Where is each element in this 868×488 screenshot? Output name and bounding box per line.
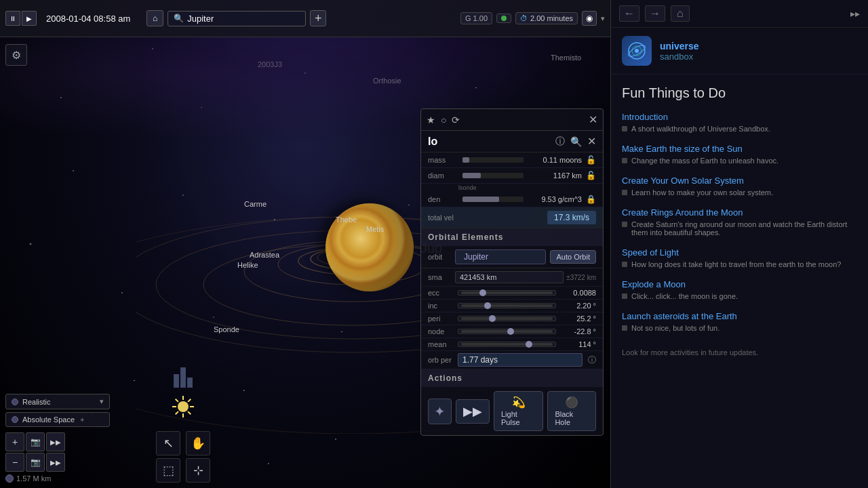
bottom-left-controls: Realistic ▾ Absolute Space + + 📷 ▶▶ − 📷 … xyxy=(0,388,115,488)
introduction-link[interactable]: Introduction xyxy=(622,112,857,122)
close-panel-button[interactable]: ✕ xyxy=(587,135,596,148)
distance-value: 1.57 M km xyxy=(16,474,51,483)
black-hole-button[interactable]: ⚫ Black Hole xyxy=(547,391,596,431)
tool-row-2: ⬚ ⊹ xyxy=(156,458,210,483)
g-speed[interactable]: G 1.00 xyxy=(460,12,492,24)
speed-of-light-link[interactable]: Speed of Light xyxy=(622,247,857,258)
explode-moon-desc-text: Click... click... the moon is gone. xyxy=(631,292,738,300)
time-controls: G 1.00 ⏱ 2.00 minutes ◉ ▾ xyxy=(460,11,605,26)
sidebar-home-button[interactable]: ⌂ xyxy=(671,5,690,22)
camera-mode-button[interactable]: 📷 xyxy=(26,432,45,451)
abs-space-add: + xyxy=(80,415,84,424)
nav-back-button[interactable]: ← xyxy=(619,5,639,22)
thebe-label: Thebe xyxy=(336,216,357,224)
earth-sun-link[interactable]: Make Earth the size of the Sun xyxy=(622,144,857,154)
orbit-value[interactable]: Jupiter xyxy=(455,249,546,264)
play-button[interactable]: ▶ xyxy=(22,11,37,26)
home-button[interactable]: ⌂ xyxy=(146,10,163,26)
burst-action-button[interactable]: ✦ xyxy=(428,399,452,424)
zoom-row-bottom: − 📷 ▶▶ xyxy=(5,453,110,472)
info-icon[interactable]: ⓘ xyxy=(555,136,565,148)
rings-desc-text: Create Saturn's ring around our moon and… xyxy=(631,220,857,237)
zoom-in-button[interactable]: + xyxy=(5,432,24,451)
tool-row-1: ↖ ✋ xyxy=(156,431,210,455)
select-tool[interactable]: ⬚ xyxy=(156,458,180,483)
den-label: den xyxy=(428,195,458,203)
gear-button[interactable]: ⚙ xyxy=(5,44,27,66)
green-indicator xyxy=(496,14,511,23)
rings-link[interactable]: Create Rings Around the Moon xyxy=(622,207,857,218)
pause-button[interactable]: ⏸ xyxy=(5,11,20,26)
inc-label: inc xyxy=(428,302,455,310)
fast-forward-button[interactable]: ▶▶ xyxy=(46,432,65,451)
black-hole-label: Black Hole xyxy=(555,410,589,426)
abs-space-selector[interactable]: Absolute Space + xyxy=(5,412,110,427)
inc-slider-wrap[interactable] xyxy=(458,303,556,308)
chart-button[interactable] xyxy=(174,361,193,388)
circle-icon[interactable]: ○ xyxy=(441,115,446,125)
star-icon[interactable]: ★ xyxy=(427,115,435,125)
sponde-label: Sponde xyxy=(214,325,239,333)
view-mode-selector[interactable]: Realistic ▾ xyxy=(5,394,110,409)
search-bar[interactable]: 🔍 xyxy=(167,11,306,26)
action-arrow-button[interactable]: ▶▶ xyxy=(456,399,490,424)
time-step-display[interactable]: ⏱ 2.00 minutes xyxy=(515,12,578,24)
universe-logo-icon xyxy=(627,41,647,61)
sma-hint: ±3722 km xyxy=(566,274,596,281)
solar-system-link[interactable]: Create Your Own Solar System xyxy=(622,176,857,186)
space-view[interactable]: ⏸ ▶ 2008-01-04 08:58 am ⌂ 🔍 + G 1.00 ⏱ 2… xyxy=(0,0,610,488)
panel-name-row: Io ⓘ 🔍 ✕ xyxy=(421,131,603,152)
rings-desc: Create Saturn's ring around our moon and… xyxy=(622,220,857,237)
solar-system-dot xyxy=(622,190,627,195)
mean-row: mean 114 ° xyxy=(421,338,603,351)
mass-lock-icon[interactable]: 🔓 xyxy=(586,155,596,165)
ecc-slider-wrap[interactable] xyxy=(458,290,556,296)
burst-icon: ✦ xyxy=(434,403,446,420)
add-button[interactable]: + xyxy=(310,10,326,26)
speed-of-light-desc-text: How long does it take light to travel fr… xyxy=(631,260,841,268)
auto-orbit-button[interactable]: Auto Orbit xyxy=(550,250,596,264)
sun-icon xyxy=(170,393,197,420)
zoom-controls: + 📷 ▶▶ − 📷 ▶▶ xyxy=(5,432,110,472)
earth-sun-desc: Change the mass of Earth to unleash havo… xyxy=(622,157,857,165)
sun-icon-button[interactable] xyxy=(170,393,197,426)
peri-slider-wrap[interactable] xyxy=(458,316,556,321)
recycle-icon[interactable]: ⟳ xyxy=(452,115,460,125)
view-mode-chevron: ▾ xyxy=(100,397,104,406)
chart-bar-1 xyxy=(174,374,179,388)
orb-per-info-icon[interactable]: ⓘ xyxy=(588,354,596,366)
nav-forward-button[interactable]: → xyxy=(645,5,665,22)
time-chevron: ▾ xyxy=(601,14,605,23)
mean-slider-wrap[interactable] xyxy=(458,342,556,347)
explode-moon-dot xyxy=(622,293,627,299)
den-lock-icon[interactable]: 🔒 xyxy=(586,195,596,204)
diam-lock-icon[interactable]: 🔓 xyxy=(586,171,596,180)
adrastea-label: Adrastea xyxy=(250,251,279,259)
node-slider-wrap[interactable] xyxy=(458,329,556,334)
zoom-out-button[interactable]: − xyxy=(5,453,24,472)
sma-value[interactable]: 421453 km xyxy=(455,271,564,283)
lasso-tool[interactable]: ⊹ xyxy=(186,458,210,483)
camera2-button[interactable]: 📷 xyxy=(26,453,45,472)
asteroids-link[interactable]: Launch asteroids at the Earth xyxy=(622,311,857,321)
sidebar-top-bar: ← → ⌂ ▸▸ xyxy=(611,0,868,28)
orb-per-value-box[interactable]: 1.77 days xyxy=(458,353,583,367)
explode-moon-link[interactable]: Explode a Moon xyxy=(622,279,857,289)
mean-label: mean xyxy=(428,340,455,348)
pointer-tool[interactable]: ↖ xyxy=(156,431,180,455)
sidebar-more-button[interactable]: ▸▸ xyxy=(850,8,860,19)
select-icon: ⬚ xyxy=(163,463,174,478)
info-panel: ★ ○ ⟳ ✕ Io ⓘ 🔍 ✕ mass 0.11 moons 🔓 diam … xyxy=(420,108,604,436)
earth-sun-desc-text: Change the mass of Earth to unleash havo… xyxy=(631,157,778,165)
top-bar: ⏸ ▶ 2008-01-04 08:58 am ⌂ 🔍 + G 1.00 ⏱ 2… xyxy=(0,0,610,37)
actions-row: ✦ ▶▶ 💫 Light Pulse ⚫ Black Hole xyxy=(421,387,603,435)
search-body-icon[interactable]: 🔍 xyxy=(570,136,582,147)
close-button[interactable]: ✕ xyxy=(589,113,597,126)
svg-line-14 xyxy=(176,399,178,402)
fast-forward2-button[interactable]: ▶▶ xyxy=(46,453,65,472)
hand-tool[interactable]: ✋ xyxy=(186,431,210,455)
time-settings-button[interactable]: ◉ xyxy=(582,11,597,26)
search-input[interactable] xyxy=(187,14,300,24)
fun-item-asteroids: Launch asteroids at the Earth Not so nic… xyxy=(611,306,868,338)
light-pulse-button[interactable]: 💫 Light Pulse xyxy=(494,391,543,431)
